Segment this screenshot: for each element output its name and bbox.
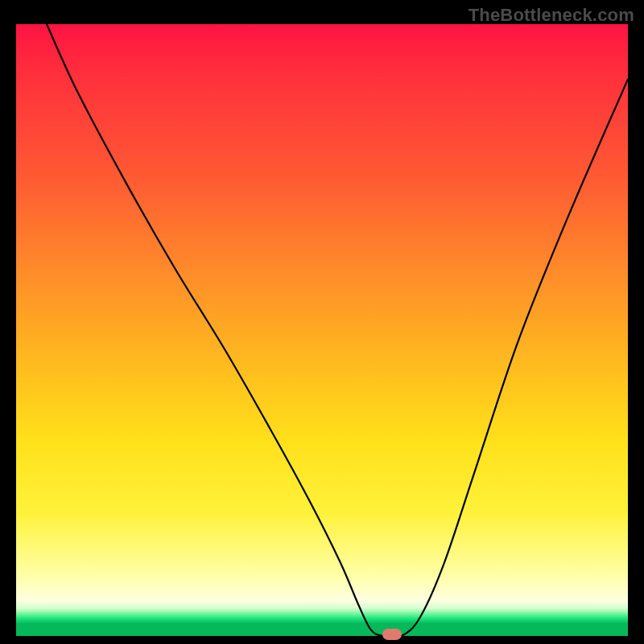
watermark-text: TheBottleneck.com [469, 5, 634, 26]
plot-area [16, 24, 628, 636]
bottleneck-curve [16, 24, 628, 636]
chart-frame: TheBottleneck.com [0, 0, 644, 644]
minimum-marker [382, 629, 402, 640]
